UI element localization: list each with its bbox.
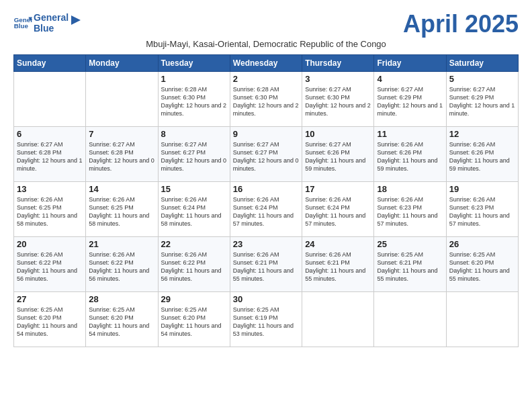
calendar-cell	[302, 292, 374, 347]
day-number: 15	[161, 184, 227, 194]
cell-info: Sunrise: 6:27 AM Sunset: 6:28 PM Dayligh…	[17, 140, 83, 173]
day-number: 24	[305, 239, 371, 249]
calendar-cell: 5Sunrise: 6:27 AM Sunset: 6:29 PM Daylig…	[446, 72, 518, 127]
calendar-cell: 18Sunrise: 6:26 AM Sunset: 6:23 PM Dayli…	[374, 182, 446, 237]
day-header-sunday: Sunday	[14, 55, 86, 72]
cell-info: Sunrise: 6:27 AM Sunset: 6:27 PM Dayligh…	[233, 140, 299, 173]
calendar-week-4: 20Sunrise: 6:26 AM Sunset: 6:22 PM Dayli…	[14, 237, 519, 292]
cell-info: Sunrise: 6:25 AM Sunset: 6:19 PM Dayligh…	[233, 306, 299, 338]
day-number: 2	[233, 74, 299, 84]
logo-arrow-icon	[70, 14, 82, 26]
day-number: 4	[377, 74, 443, 84]
cell-info: Sunrise: 6:28 AM Sunset: 6:30 PM Dayligh…	[161, 85, 227, 118]
calendar-cell: 23Sunrise: 6:26 AM Sunset: 6:21 PM Dayli…	[230, 237, 302, 292]
cell-info: Sunrise: 6:28 AM Sunset: 6:30 PM Dayligh…	[233, 85, 299, 118]
header-row: General Blue General Blue April 2025	[13, 12, 519, 36]
cell-info: Sunrise: 6:26 AM Sunset: 6:22 PM Dayligh…	[161, 250, 227, 283]
day-header-monday: Monday	[86, 55, 158, 72]
day-number: 21	[89, 239, 154, 249]
day-number: 30	[233, 294, 299, 304]
calendar-cell: 10Sunrise: 6:27 AM Sunset: 6:26 PM Dayli…	[302, 127, 374, 182]
day-number: 27	[17, 294, 83, 304]
logo-icon: General Blue	[13, 13, 32, 32]
cell-info: Sunrise: 6:25 AM Sunset: 6:20 PM Dayligh…	[161, 306, 227, 338]
page: General Blue General Blue April 2025 Mbu…	[0, 0, 532, 354]
cell-info: Sunrise: 6:25 AM Sunset: 6:21 PM Dayligh…	[377, 250, 443, 283]
cell-info: Sunrise: 6:26 AM Sunset: 6:25 PM Dayligh…	[17, 195, 83, 228]
calendar-cell: 3Sunrise: 6:27 AM Sunset: 6:30 PM Daylig…	[302, 72, 374, 127]
calendar-cell: 21Sunrise: 6:26 AM Sunset: 6:22 PM Dayli…	[86, 237, 158, 292]
day-number: 8	[161, 129, 227, 139]
day-number: 28	[89, 294, 154, 304]
cell-info: Sunrise: 6:27 AM Sunset: 6:28 PM Dayligh…	[89, 140, 154, 173]
calendar-cell: 14Sunrise: 6:26 AM Sunset: 6:25 PM Dayli…	[86, 182, 158, 237]
day-number: 25	[377, 239, 443, 249]
calendar-cell	[446, 292, 518, 347]
calendar-cell: 17Sunrise: 6:26 AM Sunset: 6:24 PM Dayli…	[302, 182, 374, 237]
cell-info: Sunrise: 6:27 AM Sunset: 6:30 PM Dayligh…	[305, 85, 371, 118]
calendar-body: 1Sunrise: 6:28 AM Sunset: 6:30 PM Daylig…	[14, 72, 519, 347]
cell-info: Sunrise: 6:26 AM Sunset: 6:25 PM Dayligh…	[89, 195, 154, 228]
calendar-cell: 16Sunrise: 6:26 AM Sunset: 6:24 PM Dayli…	[230, 182, 302, 237]
day-number: 16	[233, 184, 299, 194]
calendar-cell: 25Sunrise: 6:25 AM Sunset: 6:21 PM Dayli…	[374, 237, 446, 292]
calendar-cell: 20Sunrise: 6:26 AM Sunset: 6:22 PM Dayli…	[14, 237, 86, 292]
calendar-week-1: 1Sunrise: 6:28 AM Sunset: 6:30 PM Daylig…	[14, 72, 519, 127]
day-header-friday: Friday	[374, 55, 446, 72]
cell-info: Sunrise: 6:26 AM Sunset: 6:26 PM Dayligh…	[377, 140, 443, 173]
day-number: 18	[377, 184, 443, 194]
calendar-cell	[86, 72, 158, 127]
day-number: 11	[377, 129, 443, 139]
day-number: 1	[161, 74, 227, 84]
day-number: 19	[449, 184, 515, 194]
day-number: 7	[89, 129, 154, 139]
day-header-wednesday: Wednesday	[230, 55, 302, 72]
day-number: 22	[161, 239, 227, 249]
calendar-cell	[14, 72, 86, 127]
calendar-cell: 29Sunrise: 6:25 AM Sunset: 6:20 PM Dayli…	[158, 292, 230, 347]
calendar-cell: 30Sunrise: 6:25 AM Sunset: 6:19 PM Dayli…	[230, 292, 302, 347]
calendar-cell: 19Sunrise: 6:26 AM Sunset: 6:23 PM Dayli…	[446, 182, 518, 237]
calendar-cell: 11Sunrise: 6:26 AM Sunset: 6:26 PM Dayli…	[374, 127, 446, 182]
day-number: 9	[233, 129, 299, 139]
calendar-header: SundayMondayTuesdayWednesdayThursdayFrid…	[14, 55, 519, 72]
cell-info: Sunrise: 6:26 AM Sunset: 6:23 PM Dayligh…	[377, 195, 443, 228]
calendar-cell: 6Sunrise: 6:27 AM Sunset: 6:28 PM Daylig…	[14, 127, 86, 182]
subtitle: Mbuji-Mayi, Kasai-Oriental, Democratic R…	[13, 39, 519, 49]
day-header-tuesday: Tuesday	[158, 55, 230, 72]
calendar-cell: 9Sunrise: 6:27 AM Sunset: 6:27 PM Daylig…	[230, 127, 302, 182]
calendar-cell: 22Sunrise: 6:26 AM Sunset: 6:22 PM Dayli…	[158, 237, 230, 292]
day-number: 12	[449, 129, 515, 139]
day-number: 6	[17, 129, 83, 139]
day-header-thursday: Thursday	[302, 55, 374, 72]
calendar-cell: 12Sunrise: 6:26 AM Sunset: 6:26 PM Dayli…	[446, 127, 518, 182]
logo-line2: Blue	[34, 23, 69, 34]
cell-info: Sunrise: 6:26 AM Sunset: 6:23 PM Dayligh…	[449, 195, 515, 228]
calendar-week-3: 13Sunrise: 6:26 AM Sunset: 6:25 PM Dayli…	[14, 182, 519, 237]
svg-marker-3	[71, 15, 81, 25]
day-number: 13	[17, 184, 83, 194]
calendar-week-2: 6Sunrise: 6:27 AM Sunset: 6:28 PM Daylig…	[14, 127, 519, 182]
cell-info: Sunrise: 6:27 AM Sunset: 6:26 PM Dayligh…	[305, 140, 371, 173]
cell-info: Sunrise: 6:26 AM Sunset: 6:26 PM Dayligh…	[449, 140, 515, 173]
calendar-cell: 24Sunrise: 6:26 AM Sunset: 6:21 PM Dayli…	[302, 237, 374, 292]
calendar-cell: 4Sunrise: 6:27 AM Sunset: 6:29 PM Daylig…	[374, 72, 446, 127]
calendar-table: SundayMondayTuesdayWednesdayThursdayFrid…	[13, 54, 519, 347]
logo-line1: General	[34, 12, 69, 23]
day-number: 10	[305, 129, 371, 139]
cell-info: Sunrise: 6:26 AM Sunset: 6:24 PM Dayligh…	[161, 195, 227, 228]
month-title: April 2025	[403, 12, 519, 36]
day-number: 20	[17, 239, 83, 249]
svg-text:Blue: Blue	[14, 22, 29, 30]
day-number: 26	[449, 239, 515, 249]
calendar-cell: 1Sunrise: 6:28 AM Sunset: 6:30 PM Daylig…	[158, 72, 230, 127]
calendar-cell: 27Sunrise: 6:25 AM Sunset: 6:20 PM Dayli…	[14, 292, 86, 347]
cell-info: Sunrise: 6:26 AM Sunset: 6:24 PM Dayligh…	[305, 195, 371, 228]
day-number: 17	[305, 184, 371, 194]
day-header-saturday: Saturday	[446, 55, 518, 72]
day-number: 29	[161, 294, 227, 304]
day-number: 23	[233, 239, 299, 249]
calendar-cell: 7Sunrise: 6:27 AM Sunset: 6:28 PM Daylig…	[86, 127, 158, 182]
cell-info: Sunrise: 6:26 AM Sunset: 6:22 PM Dayligh…	[89, 250, 154, 283]
day-number: 3	[305, 74, 371, 84]
